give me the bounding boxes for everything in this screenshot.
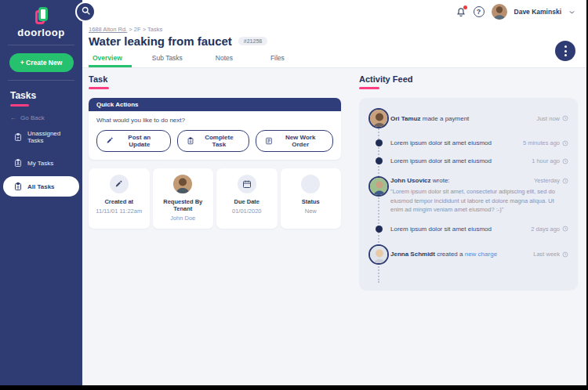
sidebar-item-label: All Tasks <box>27 183 55 190</box>
info-card-value: New <box>282 208 340 215</box>
feed-item-text: Lorem ipsum dolor sit amet eiusmod <box>390 139 492 146</box>
info-card-label: Created at <box>90 198 148 205</box>
quick-actions-header: Quick Actions <box>89 98 341 111</box>
feed-item-time: Yesterday <box>528 177 568 184</box>
status-circle-icon <box>301 175 320 193</box>
page-title: Water leaking from faucet <box>89 34 232 48</box>
pencil-icon <box>106 137 114 145</box>
feed-item-text: John Usovicz wrote: <box>390 177 450 184</box>
topbar: ? Dave Kaminski <box>82 0 586 23</box>
tab-overview[interactable]: Overview <box>89 52 129 67</box>
notifications-bell-icon[interactable] <box>456 6 466 18</box>
breadcrumb-property[interactable]: 1688 Alton Rd. <box>89 26 127 33</box>
actor-avatar <box>368 244 389 265</box>
search-icon <box>81 5 91 18</box>
new-work-order-label: New Work Order <box>277 134 324 148</box>
user-name[interactable]: Dave Kaminski <box>514 8 561 16</box>
task-section-title: Task <box>89 74 341 84</box>
clock-icon <box>562 158 568 164</box>
quick-actions-card: Quick Actions What would you like to do … <box>89 98 341 160</box>
feed-item-time: 1 hour ago <box>525 157 568 164</box>
tab-notes[interactable]: Notes <box>206 52 242 67</box>
feed-item-text: Ori Tamuz made a payment <box>390 115 469 122</box>
clipboard-icon <box>13 158 23 168</box>
brand-wordmark: doorloop <box>0 27 82 38</box>
feed-item: Lorem ipsum dolor sit amet eiusmod 5 min… <box>367 139 568 146</box>
clipboard-icon <box>13 132 23 142</box>
info-card-value: 01/01/2020 <box>218 208 276 215</box>
clock-icon <box>562 178 568 184</box>
info-card-label: Due Date <box>218 198 276 205</box>
requested-by-card: Requested By Tenant John Doe <box>153 168 214 229</box>
user-avatar[interactable] <box>492 4 507 20</box>
clock-icon <box>562 115 568 121</box>
create-new-button[interactable]: + Create New <box>9 53 74 72</box>
feed-item-time: 5 minutes ago <box>517 139 568 146</box>
back-arrow-icon: ← <box>10 114 16 121</box>
post-update-label: Post an Update <box>118 134 162 148</box>
tab-bar: Overview Sub Tasks Notes Files <box>89 52 586 67</box>
actor-name: John Usovicz <box>390 177 431 184</box>
info-card-value: John Doe <box>154 215 212 222</box>
breadcrumb-unit[interactable]: 2F <box>134 26 141 33</box>
clock-icon <box>562 140 568 146</box>
quick-actions-prompt: What would you like to do next? <box>96 117 333 124</box>
info-card-value: 11/11/01 11:22am <box>90 208 148 215</box>
calendar-icon <box>238 175 256 193</box>
activity-feed-section: Activity Feed Ori Tamuz made a payment J… <box>359 74 578 291</box>
work-order-icon <box>265 137 273 145</box>
activity-feed-card: Ori Tamuz made a payment Just now Lorem … <box>359 98 578 291</box>
sidebar-divider <box>8 45 74 45</box>
chevron-down-icon[interactable] <box>568 5 575 19</box>
sidebar-title-underline <box>10 104 29 107</box>
actor-avatar <box>368 176 389 197</box>
tenant-avatar <box>173 175 192 193</box>
timeline-dot <box>376 226 383 233</box>
go-back-button[interactable]: ← Go Back <box>10 114 82 121</box>
task-id-badge: #21258 <box>238 37 267 45</box>
app-window: doorloop + Create New Tasks ← Go Back Un… <box>0 0 588 390</box>
task-section: Task Quick Actions What would you like t… <box>89 74 341 229</box>
actor-name: Jenna Schmidt <box>390 251 435 258</box>
feed-item-time: 2 days ago <box>524 226 568 233</box>
complete-task-button[interactable]: Complete Task <box>177 130 250 152</box>
app-root: doorloop + Create New Tasks ← Go Back Un… <box>0 0 586 385</box>
sidebar-divider <box>8 80 74 81</box>
sidebar: doorloop + Create New Tasks ← Go Back Un… <box>0 0 82 385</box>
complete-task-label: Complete Task <box>198 134 241 148</box>
doorloop-logo-icon <box>35 7 48 24</box>
task-title-underline <box>89 87 109 89</box>
sidebar-item-label: My Tasks <box>27 160 53 167</box>
timeline-dot <box>376 157 383 164</box>
clock-icon <box>562 251 568 258</box>
new-work-order-button[interactable]: New Work Order <box>256 130 333 152</box>
more-options-button[interactable] <box>555 41 575 61</box>
feed-item: John Usovicz wrote: Yesterday "Lorem ips… <box>367 176 568 215</box>
info-card-label: Status <box>282 198 340 205</box>
pencil-icon <box>110 175 129 193</box>
clock-icon <box>562 226 568 232</box>
tab-sub-tasks[interactable]: Sub Tasks <box>146 52 189 67</box>
breadcrumb-section: Tasks <box>147 26 162 33</box>
feed-item-text: Jenna Schmidt created a new charge <box>390 251 497 258</box>
sidebar-item-unassigned-tasks[interactable]: Unassigned Tasks <box>3 125 79 150</box>
new-charge-link[interactable]: new charge <box>465 251 497 258</box>
go-back-label: Go Back <box>20 114 45 121</box>
post-update-button[interactable]: Post an Update <box>96 130 171 152</box>
feed-item-time: Just now <box>530 115 568 122</box>
help-icon[interactable]: ? <box>474 6 485 17</box>
sidebar-item-my-tasks[interactable]: My Tasks <box>3 153 79 173</box>
created-at-card: Created at 11/11/01 11:22am <box>89 168 150 229</box>
feed-item: Lorem ipsum dolor sit amet eiusmod 1 hou… <box>367 157 568 164</box>
breadcrumb-separator: > <box>129 26 132 33</box>
actor-name: Ori Tamuz <box>390 115 421 122</box>
notification-badge <box>463 5 467 9</box>
sidebar-item-all-tasks[interactable]: All Tasks <box>3 176 79 197</box>
feed-item: Jenna Schmidt created a new charge Last … <box>367 244 568 265</box>
tab-files[interactable]: Files <box>260 52 296 67</box>
sidebar-item-label: Unassigned Tasks <box>27 130 74 144</box>
breadcrumb-separator: > <box>143 26 146 33</box>
due-date-card: Due Date 01/01/2020 <box>216 168 278 229</box>
doorloop-logo: doorloop <box>0 0 82 38</box>
search-button[interactable] <box>75 2 96 22</box>
